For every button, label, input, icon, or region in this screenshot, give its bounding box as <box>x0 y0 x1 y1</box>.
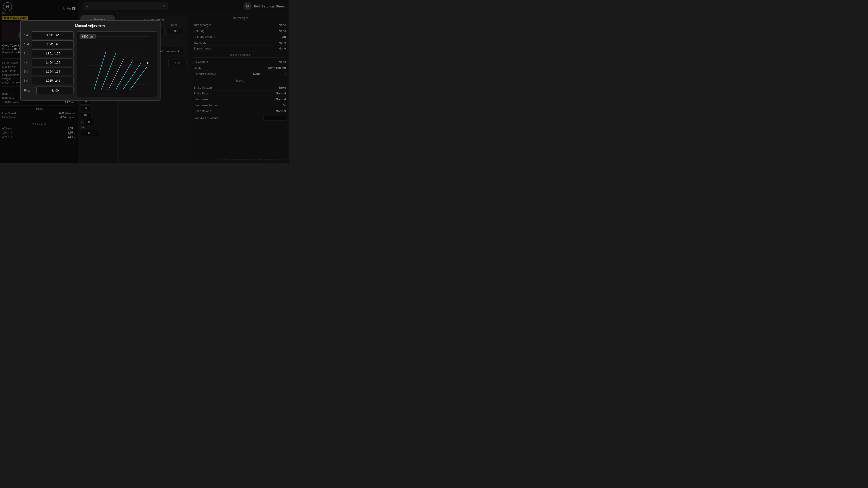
gear-row-5: 5th 1.194 / 194 <box>24 68 74 75</box>
manual-adjustment-modal: Manual Adjustment 1st 3.481 / 66 2nd 2.4… <box>20 20 160 101</box>
svg-line-21 <box>123 63 141 90</box>
svg-line-17 <box>94 51 106 90</box>
svg-line-22 <box>130 67 147 90</box>
gear-row-6: 6th 1.025 / 241 <box>24 76 74 84</box>
gear-table: 1st 3.481 / 66 2nd 2.462 / 94 3rd 1.851 … <box>24 31 74 97</box>
gear-row-2: 2nd 2.462 / 94 <box>24 40 74 48</box>
gear-3-value[interactable]: 1.851 / 125 <box>32 50 74 57</box>
gear-4-value[interactable]: 1.454 / 159 <box>32 59 74 66</box>
gear-2-value[interactable]: 2.462 / 94 <box>32 40 74 48</box>
rpm-badge: 9200 rpm <box>80 34 96 39</box>
gear-row-3: 3rd 1.851 / 125 <box>24 50 74 57</box>
svg-marker-23 <box>146 62 149 64</box>
final-row: Final 4.400 <box>24 87 74 94</box>
final-value[interactable]: 4.400 <box>36 87 74 94</box>
modal-title: Manual Adjustment <box>24 24 157 28</box>
gear-6-value[interactable]: 1.025 / 241 <box>32 76 74 84</box>
final-label: Final <box>24 89 36 92</box>
gear-5-value[interactable]: 1.194 / 194 <box>32 68 74 75</box>
gear-chart-svg <box>77 32 157 97</box>
gear-chart: 9200 rpm <box>77 31 157 97</box>
modal-body: 1st 3.481 / 66 2nd 2.462 / 94 3rd 1.851 … <box>24 31 157 97</box>
gear-row-4: 4th 1.454 / 159 <box>24 59 74 66</box>
svg-line-19 <box>108 58 124 90</box>
gear-row-1: 1st 3.481 / 66 <box>24 31 74 39</box>
gear-1-value[interactable]: 3.481 / 66 <box>32 31 74 39</box>
